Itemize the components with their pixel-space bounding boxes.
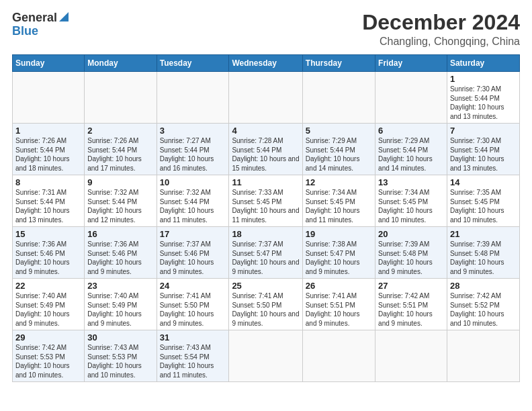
calendar-cell: [302, 72, 375, 124]
calendar-cell: 12Sunrise: 7:34 AMSunset: 5:45 PMDayligh…: [302, 175, 375, 227]
calendar-cell: [157, 72, 229, 124]
calendar-header-wednesday: Wednesday: [229, 55, 302, 72]
calendar-cell: 20Sunrise: 7:39 AMSunset: 5:48 PMDayligh…: [375, 227, 447, 279]
calendar-cell: 19Sunrise: 7:38 AMSunset: 5:47 PMDayligh…: [302, 227, 375, 279]
day-info: Sunrise: 7:42 AMSunset: 5:51 PMDaylight:…: [378, 291, 444, 328]
day-info: Sunrise: 7:29 AMSunset: 5:44 PMDaylight:…: [378, 136, 444, 173]
calendar-cell: 16Sunrise: 7:36 AMSunset: 5:46 PMDayligh…: [85, 227, 157, 279]
calendar-cell: 26Sunrise: 7:41 AMSunset: 5:51 PMDayligh…: [302, 279, 375, 330]
calendar-header-saturday: Saturday: [447, 55, 519, 72]
calendar-cell: 3Sunrise: 7:27 AMSunset: 5:44 PMDaylight…: [157, 124, 229, 175]
calendar-header-friday: Friday: [375, 55, 447, 72]
day-number: 16: [87, 229, 153, 239]
day-info: Sunrise: 7:42 AMSunset: 5:52 PMDaylight:…: [450, 291, 517, 328]
day-number: 18: [232, 229, 299, 239]
calendar-header-monday: Monday: [85, 55, 157, 72]
calendar-cell: 25Sunrise: 7:41 AMSunset: 5:50 PMDayligh…: [229, 279, 302, 330]
day-number: 13: [378, 177, 444, 187]
day-info: Sunrise: 7:34 AMSunset: 5:45 PMDaylight:…: [378, 188, 444, 224]
day-info: Sunrise: 7:41 AMSunset: 5:50 PMDaylight:…: [160, 291, 226, 328]
day-number: 23: [87, 281, 153, 291]
day-info: Sunrise: 7:39 AMSunset: 5:48 PMDaylight:…: [378, 240, 444, 276]
calendar-week-row: 29Sunrise: 7:42 AMSunset: 5:53 PMDayligh…: [13, 330, 520, 382]
day-info: Sunrise: 7:32 AMSunset: 5:44 PMDaylight:…: [160, 188, 226, 224]
day-info: Sunrise: 7:34 AMSunset: 5:45 PMDaylight:…: [306, 188, 372, 224]
day-number: 17: [160, 229, 226, 239]
calendar-cell: 11Sunrise: 7:33 AMSunset: 5:45 PMDayligh…: [229, 175, 302, 227]
day-info: Sunrise: 7:40 AMSunset: 5:49 PMDaylight:…: [87, 291, 153, 328]
calendar-cell: [229, 330, 302, 382]
day-number: 15: [15, 229, 81, 239]
day-info: Sunrise: 7:35 AMSunset: 5:45 PMDaylight:…: [450, 188, 517, 224]
calendar-header-tuesday: Tuesday: [157, 55, 229, 72]
day-info: Sunrise: 7:26 AMSunset: 5:44 PMDaylight:…: [15, 136, 81, 173]
day-info: Sunrise: 7:30 AMSunset: 5:44 PMDaylight:…: [450, 136, 517, 173]
logo-blue: Blue: [12, 25, 38, 37]
day-number: 8: [15, 177, 81, 187]
calendar-cell: 14Sunrise: 7:35 AMSunset: 5:45 PMDayligh…: [447, 175, 519, 227]
calendar-cell: [375, 330, 447, 382]
page: General Blue December 2024 Changling, Ch…: [0, 0, 532, 411]
day-number: 7: [450, 126, 517, 136]
day-number: 31: [160, 332, 226, 342]
day-info: Sunrise: 7:41 AMSunset: 5:51 PMDaylight:…: [306, 291, 372, 328]
logo: General Blue: [12, 11, 69, 37]
day-info: Sunrise: 7:26 AMSunset: 5:44 PMDaylight:…: [87, 136, 153, 173]
calendar-cell: 29Sunrise: 7:42 AMSunset: 5:53 PMDayligh…: [13, 330, 85, 382]
svg-marker-0: [59, 12, 69, 21]
calendar-cell: 6Sunrise: 7:29 AMSunset: 5:44 PMDaylight…: [375, 124, 447, 175]
logo-triangle-icon: [59, 12, 69, 24]
day-info: Sunrise: 7:38 AMSunset: 5:47 PMDaylight:…: [306, 240, 372, 276]
day-info: Sunrise: 7:43 AMSunset: 5:54 PMDaylight:…: [160, 343, 226, 379]
day-number: 22: [15, 281, 81, 291]
day-number: 2: [87, 126, 153, 136]
calendar-cell: [85, 72, 157, 124]
calendar-cell: 7Sunrise: 7:30 AMSunset: 5:44 PMDaylight…: [447, 124, 519, 175]
calendar-cell: 31Sunrise: 7:43 AMSunset: 5:54 PMDayligh…: [157, 330, 229, 382]
calendar-week-row: 1Sunrise: 7:30 AMSunset: 5:44 PMDaylight…: [13, 72, 520, 124]
day-number: 21: [450, 229, 517, 239]
calendar-week-row: 22Sunrise: 7:40 AMSunset: 5:49 PMDayligh…: [13, 279, 520, 330]
calendar-cell: 1Sunrise: 7:30 AMSunset: 5:44 PMDaylight…: [447, 72, 519, 124]
calendar-cell: 18Sunrise: 7:37 AMSunset: 5:47 PMDayligh…: [229, 227, 302, 279]
calendar-cell: 2Sunrise: 7:26 AMSunset: 5:44 PMDaylight…: [85, 124, 157, 175]
day-info: Sunrise: 7:27 AMSunset: 5:44 PMDaylight:…: [160, 136, 226, 173]
day-info: Sunrise: 7:36 AMSunset: 5:46 PMDaylight:…: [15, 240, 81, 276]
calendar-cell: 8Sunrise: 7:31 AMSunset: 5:44 PMDaylight…: [13, 175, 85, 227]
day-info: Sunrise: 7:32 AMSunset: 5:44 PMDaylight:…: [87, 188, 153, 224]
day-info: Sunrise: 7:36 AMSunset: 5:46 PMDaylight:…: [87, 240, 153, 276]
calendar-week-row: 15Sunrise: 7:36 AMSunset: 5:46 PMDayligh…: [13, 227, 520, 279]
calendar-cell: 24Sunrise: 7:41 AMSunset: 5:50 PMDayligh…: [157, 279, 229, 330]
calendar-cell: 27Sunrise: 7:42 AMSunset: 5:51 PMDayligh…: [375, 279, 447, 330]
calendar-header-thursday: Thursday: [302, 55, 375, 72]
day-info: Sunrise: 7:40 AMSunset: 5:49 PMDaylight:…: [15, 291, 81, 328]
day-number: 5: [306, 126, 372, 136]
calendar-cell: 23Sunrise: 7:40 AMSunset: 5:49 PMDayligh…: [85, 279, 157, 330]
day-number: 25: [232, 281, 299, 291]
calendar-cell: 15Sunrise: 7:36 AMSunset: 5:46 PMDayligh…: [13, 227, 85, 279]
calendar-cell: 13Sunrise: 7:34 AMSunset: 5:45 PMDayligh…: [375, 175, 447, 227]
day-info: Sunrise: 7:29 AMSunset: 5:44 PMDaylight:…: [306, 136, 372, 173]
day-info: Sunrise: 7:30 AMSunset: 5:44 PMDaylight:…: [450, 85, 517, 121]
calendar-cell: 21Sunrise: 7:39 AMSunset: 5:48 PMDayligh…: [447, 227, 519, 279]
day-number: 9: [87, 177, 153, 187]
calendar-cell: 9Sunrise: 7:32 AMSunset: 5:44 PMDaylight…: [85, 175, 157, 227]
day-info: Sunrise: 7:28 AMSunset: 5:44 PMDaylight:…: [232, 136, 299, 173]
title-sub: Changling, Chongqing, China: [362, 36, 520, 48]
day-number: 6: [378, 126, 444, 136]
day-info: Sunrise: 7:37 AMSunset: 5:47 PMDaylight:…: [232, 240, 299, 276]
day-number: 20: [378, 229, 444, 239]
day-number: 30: [87, 332, 153, 342]
day-info: Sunrise: 7:31 AMSunset: 5:44 PMDaylight:…: [15, 188, 81, 224]
title-block: December 2024 Changling, Chongqing, Chin…: [362, 11, 520, 48]
title-main: December 2024: [362, 11, 520, 34]
day-number: 19: [306, 229, 372, 239]
logo-general: General: [12, 11, 57, 25]
calendar-cell: 1Sunrise: 7:26 AMSunset: 5:44 PMDaylight…: [13, 124, 85, 175]
day-number: 10: [160, 177, 226, 187]
calendar-cell: 17Sunrise: 7:37 AMSunset: 5:46 PMDayligh…: [157, 227, 229, 279]
day-info: Sunrise: 7:37 AMSunset: 5:46 PMDaylight:…: [160, 240, 226, 276]
day-number: 29: [15, 332, 81, 342]
calendar-cell: [447, 330, 519, 382]
day-number: 26: [306, 281, 372, 291]
